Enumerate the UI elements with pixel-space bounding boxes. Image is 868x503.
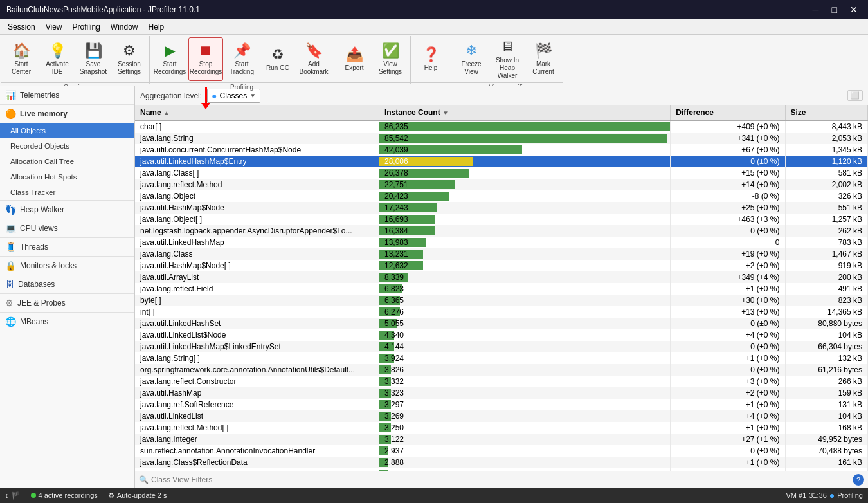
col-header-instance-count[interactable]: Instance Count ▼: [379, 105, 671, 120]
table-row[interactable]: java.lang.reflect.Field 6,823 +1 (+0 %) …: [135, 283, 868, 295]
table-cell-diff: +27 (+1 %): [671, 434, 785, 445]
add-bookmark-button[interactable]: 🔖 AddBookmark: [296, 37, 331, 81]
table-row[interactable]: java.lang.Class$ReflectionData 2,888 +1 …: [135, 457, 868, 468]
run-gc-button[interactable]: ♻ Run GC: [260, 37, 295, 81]
table-row[interactable]: java.lang.Integer 3,122 +27 (+1 %) 49,95…: [135, 434, 868, 445]
session-settings-button[interactable]: ⚙ SessionSettings: [112, 37, 147, 81]
sidebar-item-allocation-hot-spots[interactable]: Allocation Hot Spots: [0, 169, 134, 185]
stop-recordings-button[interactable]: ⏹ StopRecordings: [188, 37, 223, 81]
table-row[interactable]: java.util.HashMap 3,323 +2 (+0 %) 159 kB: [135, 387, 868, 399]
data-table-wrapper[interactable]: Name ▲ Instance Count ▼ Difference Size …: [135, 105, 868, 471]
table-row[interactable]: org.springframework.core.annotation.Anno…: [135, 364, 868, 376]
table-row[interactable]: java.util.HashMap$Node 17,243 +25 (+0 %)…: [135, 202, 868, 214]
menu-help[interactable]: Help: [143, 21, 170, 33]
sidebar-item-databases[interactable]: 🗄 Databases: [0, 275, 134, 293]
mark-current-button[interactable]: 🏁 MarkCurrent: [526, 37, 561, 81]
help-button[interactable]: ❓ Help: [413, 37, 448, 81]
table-row[interactable]: java.util.LinkedList 3,269 +4 (+0 %) 104…: [135, 410, 868, 422]
table-cell-diff: 0 (±0 %): [671, 341, 785, 352]
table-row[interactable]: java.util.HashMap$Node[ ] 12,632 +2 (+0 …: [135, 260, 868, 271]
table-cell-count: 3,826: [379, 364, 671, 376]
table-row[interactable]: java.lang.reflect.Constructor 3,332 +3 (…: [135, 376, 868, 387]
table-row[interactable]: java.util.ArrayList 8,339 +349 (+4 %) 20…: [135, 271, 868, 283]
menu-session[interactable]: Session: [3, 21, 41, 33]
table-row[interactable]: java.lang.reflect.Method[ ] 3,250 +1 (+0…: [135, 422, 868, 434]
sidebar-item-live-memory[interactable]: 🟠 Live memory: [0, 105, 134, 123]
table-cell-count: 3,924: [379, 352, 671, 364]
sidebar-item-allocation-call-tree[interactable]: Allocation Call Tree: [0, 154, 134, 169]
table-row[interactable]: int[ ] 6,276 +13 (+0 %) 14,365 kB: [135, 306, 868, 318]
table-cell-name: byte[ ]: [135, 295, 379, 306]
sidebar-item-recorded-objects[interactable]: Recorded Objects: [0, 138, 134, 154]
table-row[interactable]: java.lang.reflect.Method 22,751 +14 (+0 …: [135, 179, 868, 190]
sidebar-section-telemetries: 📊 Telemetries: [0, 86, 134, 105]
sidebar-section-monitors-locks: 🔒 Monitors & locks: [0, 257, 134, 275]
menu-profiling[interactable]: Profiling: [68, 21, 105, 33]
table-row[interactable]: java.lang.ref.SoftReference 3,297 +1 (+0…: [135, 399, 868, 410]
databases-icon: 🗄: [5, 279, 14, 289]
sidebar-item-cpu-views[interactable]: 💻 CPU views: [0, 219, 134, 237]
start-tracking-button[interactable]: 📌 StartTracking: [224, 37, 259, 81]
table-row[interactable]: java.util.concurrent.ConcurrentHashMap$N…: [135, 144, 868, 156]
sidebar-item-threads[interactable]: 🧵 Threads: [0, 238, 134, 256]
export-button[interactable]: 📤 Export: [337, 37, 372, 81]
table-row[interactable]: java.util.LinkedList$Node 4,340 +4 (+0 %…: [135, 329, 868, 341]
menu-window[interactable]: Window: [105, 21, 143, 33]
col-header-name[interactable]: Name ▲: [135, 105, 379, 120]
start-recordings-button[interactable]: ▶ StartRecordings: [152, 37, 187, 81]
maximize-button[interactable]: □: [828, 3, 841, 16]
table-row[interactable]: java.lang.Class[ ] 26,378 +15 (+0 %) 581…: [135, 167, 868, 179]
table-cell-diff: +3 (+0 %): [671, 376, 785, 387]
table-row[interactable]: java.util.LinkedHashMap$Entry 28,006 0 (…: [135, 156, 868, 167]
table-cell-count: 4,144: [379, 341, 671, 352]
menu-view[interactable]: View: [41, 21, 68, 33]
sidebar-item-all-objects[interactable]: All Objects: [0, 123, 134, 138]
table-cell-count: 3,323: [379, 387, 671, 399]
table-cell-diff: 0 (±0 %): [671, 318, 785, 329]
table-row[interactable]: java.lang.Object 20,423 -8 (0 %) 326 kB: [135, 190, 868, 202]
view-settings-button[interactable]: ✅ ViewSettings: [373, 37, 408, 81]
minimize-button[interactable]: ─: [809, 3, 823, 16]
sidebar-item-class-tracker[interactable]: Class Tracker: [0, 185, 134, 200]
sidebar-section-databases: 🗄 Databases: [0, 275, 134, 294]
activate-ide-button[interactable]: 💡 ActivateIDE: [40, 37, 75, 81]
table-cell-count: 20,423: [379, 190, 671, 202]
table-row[interactable]: java.util.LinkedHashMap$LinkedEntrySet 4…: [135, 341, 868, 352]
sidebar-item-telemetries[interactable]: 📊 Telemetries: [0, 86, 134, 104]
table-row[interactable]: net.logstash.logback.appender.AsyncDisru…: [135, 225, 868, 237]
table-row[interactable]: java.util.LinkedHashSet 5,055 0 (±0 %) 8…: [135, 318, 868, 329]
table-cell-name: java.util.LinkedList: [135, 410, 379, 422]
table-cell-size: 131 kB: [785, 399, 868, 410]
live-memory-icon: 🟠: [5, 109, 16, 119]
class-view-filter-input[interactable]: [151, 475, 850, 484]
sidebar-item-heap-walker[interactable]: 👣 Heap Walker: [0, 201, 134, 219]
sidebar-section-cpu-views: 💻 CPU views: [0, 219, 134, 238]
sidebar-item-jee-probes[interactable]: ⚙ JEE & Probes: [0, 294, 134, 312]
col-header-size[interactable]: Size: [785, 105, 868, 120]
save-snapshot-button[interactable]: 💾 SaveSnapshot: [76, 37, 111, 81]
sidebar-item-mbeans[interactable]: 🌐 MBeans: [0, 313, 134, 331]
expand-icon[interactable]: ⬜: [847, 90, 863, 101]
table-cell-size: 2,053 kB: [785, 133, 868, 144]
table-cell-size: 551 kB: [785, 202, 868, 214]
table-cell-diff: +341 (+0 %): [671, 133, 785, 144]
table-row[interactable]: java.lang.String[ ] 3,924 +1 (+0 %) 132 …: [135, 352, 868, 364]
show-in-heap-walker-button[interactable]: 🖥 Show InHeap Walker: [490, 37, 525, 81]
table-cell-count: 3,297: [379, 399, 671, 410]
start-center-button[interactable]: 🏠 StartCenter: [4, 37, 39, 81]
freeze-view-button[interactable]: ❄ FreezeView: [454, 37, 489, 81]
table-row[interactable]: java.lang.Object[ ] 16,693 +463 (+3 %) 1…: [135, 214, 868, 225]
table-row[interactable]: sun.reflect.annotation.AnnotationInvocat…: [135, 445, 868, 457]
table-cell-count: 2,937: [379, 445, 671, 457]
col-header-difference[interactable]: Difference: [671, 105, 785, 120]
table-cell-diff: +463 (+3 %): [671, 214, 785, 225]
table-row[interactable]: char[ ] 86,235 +409 (+0 %) 8,443 kB: [135, 120, 868, 133]
table-row[interactable]: java.lang.String 85,542 +341 (+0 %) 2,05…: [135, 133, 868, 144]
help-filter-button[interactable]: ?: [853, 474, 864, 486]
table-row[interactable]: java.util.LinkedHashMap 13,983 0 783 kB: [135, 237, 868, 248]
close-button[interactable]: ✕: [846, 3, 862, 16]
sidebar-item-monitors-locks[interactable]: 🔒 Monitors & locks: [0, 257, 134, 275]
table-cell-count: 5,055: [379, 318, 671, 329]
table-row[interactable]: java.lang.Class 13,231 +19 (+0 %) 1,467 …: [135, 248, 868, 260]
table-row[interactable]: byte[ ] 6,365 +30 (+0 %) 823 kB: [135, 295, 868, 306]
